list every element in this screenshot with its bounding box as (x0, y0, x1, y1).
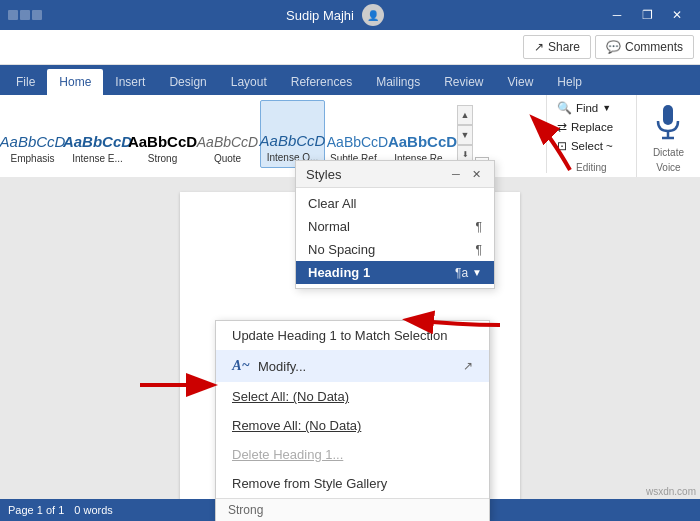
styles-panel-title: Styles (306, 167, 341, 182)
tab-mailings[interactable]: Mailings (364, 69, 432, 95)
find-icon: 🔍 (557, 101, 572, 115)
find-button[interactable]: 🔍 Find ▼ (553, 99, 630, 117)
context-menu: Update Heading 1 to Match Selection A~ M… (215, 320, 490, 521)
page-indicator: Page 1 of 1 (8, 504, 64, 516)
editing-section: 🔍 Find ▼ ⇄ Replace ⊡ Select ~ Editing (547, 95, 637, 177)
select-icon: ⊡ (557, 139, 567, 153)
voice-section: Dictate Voice (637, 95, 700, 177)
editing-tools: 🔍 Find ▼ ⇄ Replace ⊡ Select ~ (553, 99, 630, 155)
dictate-button[interactable]: Dictate (645, 99, 692, 162)
style-clear-all[interactable]: Clear All (296, 192, 494, 215)
close-button[interactable]: ✕ (662, 0, 692, 30)
word-count: 0 words (74, 504, 113, 516)
share-icon: ↗ (534, 40, 544, 54)
scroll-down-button[interactable]: ▼ (457, 125, 473, 145)
watermark: wsxdn.com (646, 486, 696, 497)
style-intense-emphasis[interactable]: AaBbCcD Intense E... (65, 100, 130, 168)
styles-panel-header: Styles ─ ✕ (296, 161, 494, 188)
styles-panel-body: Clear All Normal ¶ No Spacing ¶ Heading … (296, 188, 494, 288)
styles-panel: Styles ─ ✕ Clear All Normal ¶ No Spacing… (295, 160, 495, 289)
tab-layout[interactable]: Layout (219, 69, 279, 95)
tab-help[interactable]: Help (545, 69, 594, 95)
ctx-remove-all[interactable]: Remove All: (No Data) (216, 411, 489, 440)
title-bar: Sudip Majhi 👤 ─ ❐ ✕ (0, 0, 700, 30)
cursor-indicator: ↗ (463, 359, 473, 373)
editing-label: Editing (576, 162, 607, 173)
style-strong[interactable]: AaBbCcD Strong (130, 100, 195, 168)
select-button[interactable]: ⊡ Select ~ (553, 137, 630, 155)
ctx-footer: Strong (216, 498, 489, 521)
minimize-button[interactable]: ─ (602, 0, 632, 30)
style-intense-ref[interactable]: AaBbCcD Intense Re... (390, 100, 455, 168)
style-normal[interactable]: Normal ¶ (296, 215, 494, 238)
replace-icon: ⇄ (557, 120, 567, 134)
style-no-spacing[interactable]: No Spacing ¶ (296, 238, 494, 261)
tab-insert[interactable]: Insert (103, 69, 157, 95)
panel-close-button[interactable]: ✕ (468, 166, 484, 182)
ctx-select-all[interactable]: Select All: (No Data) (216, 382, 489, 411)
share-bar: ↗ Share 💬 Comments (0, 30, 700, 65)
tab-design[interactable]: Design (157, 69, 218, 95)
dictate-label: Dictate (653, 147, 684, 158)
ctx-update-heading[interactable]: Update Heading 1 to Match Selection (216, 321, 489, 350)
ctx-remove-gallery[interactable]: Remove from Style Gallery (216, 469, 489, 498)
tab-home[interactable]: Home (47, 69, 103, 95)
tab-view[interactable]: View (496, 69, 546, 95)
comments-button[interactable]: 💬 Comments (595, 35, 694, 59)
replace-button[interactable]: ⇄ Replace (553, 118, 630, 136)
share-button[interactable]: ↗ Share (523, 35, 591, 59)
comments-icon: 💬 (606, 40, 621, 54)
tab-review[interactable]: Review (432, 69, 495, 95)
style-subtle-ref[interactable]: AaBbCcD Subtle Ref... (325, 100, 390, 168)
ctx-delete-heading: Delete Heading 1... (216, 440, 489, 469)
svg-rect-0 (663, 105, 673, 125)
scroll-up-button[interactable]: ▲ (457, 105, 473, 125)
styles-scroll: ▲ ▼ ⬇ (457, 105, 473, 163)
avatar: 👤 (362, 4, 384, 26)
tab-file[interactable]: File (4, 69, 47, 95)
window-controls: ─ ❐ ✕ (602, 0, 692, 30)
tab-references[interactable]: References (279, 69, 364, 95)
find-dropdown-icon: ▼ (602, 103, 611, 113)
app-window: Sudip Majhi 👤 ─ ❐ ✕ ↗ Share 💬 Comments F… (0, 0, 700, 521)
style-heading1[interactable]: Heading 1 ¶a ▼ (296, 261, 494, 284)
modify-icon: A~ (232, 357, 250, 375)
title-text: Sudip Majhi 👤 (286, 4, 384, 26)
style-intense-quote[interactable]: AaBbCcD Intense Q... (260, 100, 325, 168)
microphone-icon (654, 103, 682, 147)
panel-pin-button[interactable]: ─ (448, 166, 464, 182)
restore-button[interactable]: ❐ (632, 0, 662, 30)
ribbon-tabs: File Home Insert Design Layout Reference… (0, 65, 700, 95)
style-emphasis[interactable]: AaBbCcD Emphasis (0, 100, 65, 168)
panel-controls: ─ ✕ (448, 166, 484, 182)
style-quote[interactable]: AaBbCcD Quote (195, 100, 260, 168)
voice-label: Voice (656, 162, 680, 173)
ctx-modify[interactable]: A~ Modify... ↗ (216, 350, 489, 382)
